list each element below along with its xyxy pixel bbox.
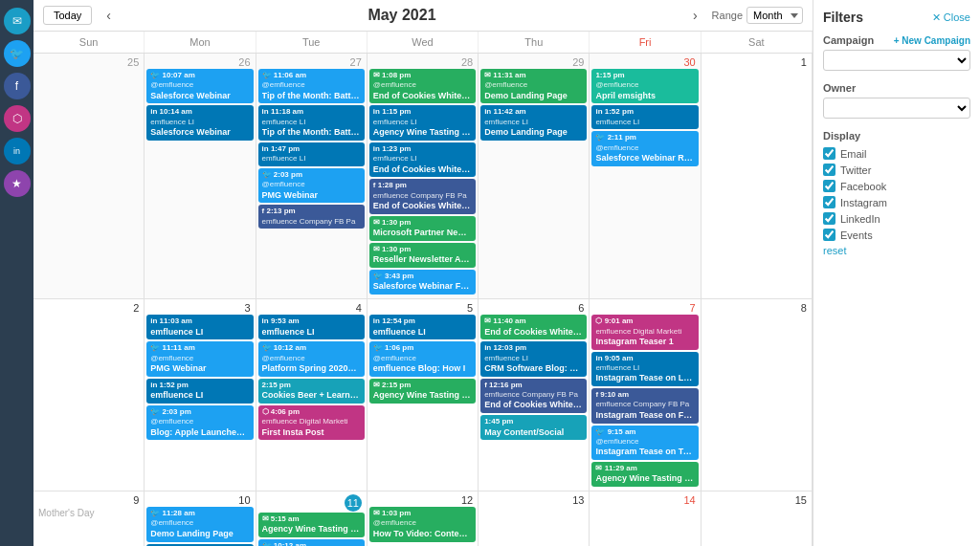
event-12[interactable]: ✉ 1:30 pm Microsoft Partner Newsle xyxy=(369,216,476,241)
event-13[interactable]: ✉ 1:30 pm Reseller Newsletter April xyxy=(369,243,476,268)
display-label-facebook: Facebook xyxy=(840,181,886,192)
campaign-label: Campaign + New Campaign xyxy=(823,34,970,46)
sidebar: ✉ 🐦 f ⬡ in ★ xyxy=(0,0,33,546)
event-16[interactable]: in 11:42 am emfluence LI Demo Landing Pa… xyxy=(480,105,587,140)
cell-apr-25: 25 xyxy=(33,54,145,299)
event-9[interactable]: in 1:15 pm emfluence LI Agency Wine Tast… xyxy=(369,105,476,140)
day-num-11: 11 xyxy=(258,493,365,513)
new-campaign-link[interactable]: + New Campaign xyxy=(894,35,970,46)
cell-may-9: 9 Mother's Day xyxy=(33,491,145,546)
event-11[interactable]: f 1:28 pm emfluence Company FB Pa End of… xyxy=(369,179,476,213)
display-item-instagram: Instagram xyxy=(823,196,970,208)
cell-apr-28: 28 ✉ 1:08 pm @emfluence End of Cookies W… xyxy=(368,54,479,299)
event-38[interactable]: 🐦 9:15 am @emfluence Instagram Tease on … xyxy=(591,426,698,460)
event-1[interactable]: 🐦 10:07 am @emfluence Salesforce Webinar xyxy=(146,69,253,103)
event-24[interactable]: in 9:53 am emfluence LI xyxy=(258,315,365,339)
event-37[interactable]: f 9:10 am emfluence Company FB Pa Instag… xyxy=(591,388,698,423)
day-header-wed: Wed xyxy=(368,32,479,53)
cell-apr-27: 27 🐦 11:06 am @emfluence Tip of the Mont… xyxy=(256,54,368,299)
event-27[interactable]: ⬡ 4:06 pm emfluence Digital Marketi Firs… xyxy=(258,405,365,440)
event-21[interactable]: 🐦 11:11 am @emfluence PMG Webinar xyxy=(146,341,253,376)
day-num-13: 13 xyxy=(480,493,587,507)
event-40[interactable]: 🐦 11:28 am @emfluence Demo Landing Page xyxy=(146,507,253,541)
event-5[interactable]: in 1:47 pm emfluence LI xyxy=(258,142,365,166)
event-26[interactable]: 2:15 pm Cookies Beer + Learn #1 xyxy=(258,379,365,404)
display-label-twitter: Twitter xyxy=(840,164,871,176)
event-6[interactable]: 🐦 2:03 pm @emfluence PMG Webinar xyxy=(258,168,365,203)
calendar-header: Today ‹ May 2021 › Range Month Week Day xyxy=(33,0,813,32)
event-39[interactable]: ✉ 11:29 am Agency Wine Tasting Invit xyxy=(591,462,698,487)
event-42[interactable]: ✉ 5:15 am Agency Wine Tasting Invit xyxy=(258,513,365,537)
display-check-twitter[interactable] xyxy=(823,164,835,176)
prev-arrow[interactable]: ‹ xyxy=(101,8,116,23)
event-35[interactable]: ⬡ 9:01 am emfluence Digital Marketi Inst… xyxy=(591,315,698,349)
sidebar-icon-linkedin[interactable]: in xyxy=(4,138,31,164)
day-num-26: 26 xyxy=(146,55,253,69)
event-18[interactable]: in 1:52 pm emfluence LI xyxy=(591,105,698,129)
day-num-5: 5 xyxy=(369,301,476,315)
day-num-6: 6 xyxy=(480,301,587,315)
campaign-select[interactable] xyxy=(823,50,970,71)
sidebar-icon-email[interactable]: ✉ xyxy=(4,8,31,34)
cell-may-8: 8 xyxy=(702,299,813,491)
cell-may-15: 15 xyxy=(702,491,813,546)
sidebar-icon-facebook[interactable]: f xyxy=(4,73,31,99)
display-check-facebook[interactable] xyxy=(823,180,835,192)
event-31[interactable]: ✉ 11:40 am End of Cookies Whitepape xyxy=(480,315,587,339)
display-check-email[interactable] xyxy=(823,147,835,160)
event-15[interactable]: ✉ 11:31 am @emfluence Demo Landing Page xyxy=(480,69,587,103)
next-arrow[interactable]: › xyxy=(688,8,702,23)
day-num-4: 4 xyxy=(258,301,365,315)
owner-select[interactable] xyxy=(823,98,970,119)
day-num-28: 28 xyxy=(369,55,476,69)
display-check-instagram[interactable] xyxy=(823,196,835,208)
day-num-14: 14 xyxy=(591,493,698,507)
event-17[interactable]: 1:15 pm @emfluence April emsights xyxy=(591,69,698,103)
display-item-linkedin: LinkedIn xyxy=(823,212,970,225)
cell-may-10: 10 🐦 11:28 am @emfluence Demo Landing Pa… xyxy=(145,491,256,546)
event-34[interactable]: 1:45 pm May Content/Social xyxy=(480,415,587,440)
event-28[interactable]: in 12:54 pm emfluence LI xyxy=(369,315,476,339)
sidebar-icon-instagram[interactable]: ⬡ xyxy=(4,105,31,132)
event-33[interactable]: f 12:16 pm emfluence Company FB Pa End o… xyxy=(480,379,587,413)
day-num-29: 29 xyxy=(480,55,587,69)
day-headers: Sun Mon Tue Wed Thu Fri Sat xyxy=(33,32,813,54)
filters-close[interactable]: ✕ Close xyxy=(932,11,970,24)
event-14[interactable]: 🐦 3:43 pm Salesforce Webinar Follo xyxy=(369,270,476,295)
display-check-linkedin[interactable] xyxy=(823,212,835,225)
event-36[interactable]: in 9:05 am emfluence LI Instagram Tease … xyxy=(591,352,698,386)
event-7[interactable]: f 2:13 pm emfluence Company FB Pa xyxy=(258,205,365,229)
event-8[interactable]: ✉ 1:08 pm @emfluence End of Cookies Whit… xyxy=(369,69,476,103)
day-num-30: 30 xyxy=(591,55,698,69)
day-num-12: 12 xyxy=(369,493,476,507)
event-4[interactable]: in 11:18 am emfluence LI Tip of the Mont… xyxy=(258,105,365,140)
cell-may-4: 4 in 9:53 am emfluence LI 🐦 10:12 am @em… xyxy=(256,299,368,491)
event-2[interactable]: in 10:14 am emfluence LI Salesforce Webi… xyxy=(146,105,253,140)
event-10[interactable]: in 1:23 pm emfluence LI End of Cookies W… xyxy=(369,142,476,177)
cell-may-11: 11 ✉ 5:15 am Agency Wine Tasting Invit 🐦… xyxy=(256,491,368,546)
reset-link[interactable]: reset xyxy=(823,245,970,256)
display-check-events[interactable] xyxy=(823,229,835,241)
event-45[interactable]: ✉ 1:03 pm @emfluence How To Video: Conte… xyxy=(369,507,476,541)
event-43[interactable]: 🐦 10:12 am @emfluence Blog: How Much Con… xyxy=(258,539,365,546)
sidebar-icon-star[interactable]: ★ xyxy=(4,170,31,197)
range-dropdown[interactable]: Month Week Day xyxy=(746,7,803,24)
event-30[interactable]: ✉ 2:15 pm Agency Wine Tasting Invit xyxy=(369,379,476,404)
event-22[interactable]: in 1:52 pm emfluence LI xyxy=(146,379,253,404)
event-3[interactable]: 🐦 11:06 am @emfluence Tip of the Month: … xyxy=(258,69,365,103)
event-25[interactable]: 🐦 10:12 am @emfluence Platform Spring 20… xyxy=(258,341,365,376)
day-num-15: 15 xyxy=(703,493,810,507)
event-32[interactable]: in 12:03 pm emfluence LI CRM Software Bl… xyxy=(480,341,587,376)
event-19[interactable]: 🐦 2:11 pm @emfluence Salesforce Webinar … xyxy=(591,131,698,165)
day-num-25: 25 xyxy=(35,55,142,69)
cell-may-12: 12 ✉ 1:03 pm @emfluence How To Video: Co… xyxy=(368,491,479,546)
day-num-8: 8 xyxy=(703,301,810,315)
today-button[interactable]: Today xyxy=(43,6,92,25)
display-item-events: Events xyxy=(823,229,970,241)
event-20[interactable]: in 11:03 am emfluence LI xyxy=(146,315,253,339)
sidebar-icon-twitter[interactable]: 🐦 xyxy=(4,40,31,67)
cell-may-1: 1 xyxy=(702,54,813,299)
event-23[interactable]: 🐦 2:03 pm @emfluence Blog: Apple Launche… xyxy=(146,405,253,440)
event-29[interactable]: 🐦 1:06 pm @emfluence emfluence Blog: How… xyxy=(369,341,476,376)
range-label: Range xyxy=(712,10,743,21)
